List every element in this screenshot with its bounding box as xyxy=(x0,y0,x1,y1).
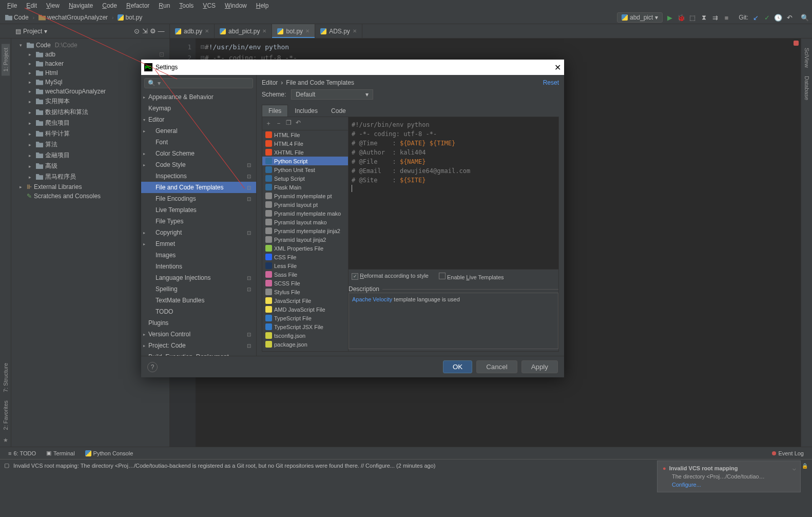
collapse-icon[interactable]: ⇲ xyxy=(141,27,149,35)
menu-tools[interactable]: Tools xyxy=(175,1,198,10)
locate-icon[interactable]: ⊙ xyxy=(132,27,141,35)
live-templates-checkbox[interactable]: Enable Live Templates xyxy=(439,273,504,280)
template-item[interactable]: Stylus File xyxy=(262,288,348,296)
readonly-lock-icon[interactable] xyxy=(802,463,808,469)
template-code-editor[interactable]: #!/usr/bin/env python # -*- coding: utf-… xyxy=(349,117,558,269)
git-update-icon[interactable]: ↙ xyxy=(751,13,760,22)
close-icon[interactable]: ✕ xyxy=(353,28,357,34)
scheme-selector[interactable]: Default ▾ xyxy=(291,89,373,100)
template-item[interactable]: TypeScript File xyxy=(262,314,348,322)
notif-collapse-icon[interactable]: ⌵ xyxy=(792,465,796,472)
editor-tab[interactable]: bot.py✕ xyxy=(272,24,315,38)
settings-category[interactable]: Live Templates xyxy=(141,204,256,216)
tree-item[interactable]: ▸adb⊡ xyxy=(11,50,169,59)
tool-tab-favorites[interactable]: 2: Favorites xyxy=(2,396,10,434)
settings-category[interactable]: Language Injections⊡ xyxy=(141,272,256,283)
template-item[interactable]: TypeScript JSX File xyxy=(262,322,348,331)
editor-tab[interactable]: ADS.py✕ xyxy=(315,24,362,38)
editor-tab[interactable]: abd_pict.py✕ xyxy=(215,24,272,38)
hide-icon[interactable]: — xyxy=(157,27,165,35)
template-item[interactable]: package.json xyxy=(262,340,348,349)
tab-code[interactable]: Code xyxy=(324,105,353,117)
settings-category[interactable]: File Types xyxy=(141,216,256,227)
ok-button[interactable]: OK xyxy=(443,360,472,373)
run-configuration-selector[interactable]: abd_pict ▾ xyxy=(617,12,663,23)
tool-tab-todo[interactable]: ≡6: TODO xyxy=(3,450,41,456)
template-list[interactable]: HTML FileHTML4 FileXHTML FilePython Scri… xyxy=(262,130,348,351)
search-icon[interactable]: 🔍 xyxy=(801,13,809,22)
menu-run[interactable]: Run xyxy=(154,1,174,10)
debug-icon[interactable]: 🐞 xyxy=(677,13,685,22)
template-item[interactable]: SCSS File xyxy=(262,279,348,288)
template-item[interactable]: CSS File xyxy=(262,253,348,261)
tab-includes[interactable]: Includes xyxy=(288,105,324,117)
menu-edit[interactable]: Edit xyxy=(22,1,41,10)
tool-tab-eventlog[interactable]: Event Log xyxy=(767,450,809,456)
toolwindows-icon[interactable]: ▢ xyxy=(4,462,9,469)
settings-category[interactable]: ▸Code Style⊡ xyxy=(141,159,256,170)
settings-category[interactable]: TODO xyxy=(141,306,256,317)
velocity-link[interactable]: Apache Velocity xyxy=(352,296,392,302)
settings-category[interactable]: ▾Editor xyxy=(141,114,256,125)
template-item[interactable]: Pyramid mytemplate jinja2 xyxy=(262,226,348,235)
menu-window[interactable]: Window xyxy=(221,1,251,10)
apply-button[interactable]: Apply xyxy=(521,360,558,373)
settings-category[interactable]: Plugins xyxy=(141,317,256,329)
dialog-close-icon[interactable]: ✕ xyxy=(554,63,561,72)
menu-help[interactable]: Help xyxy=(252,1,273,10)
template-item[interactable]: Python Unit Test xyxy=(262,165,348,174)
reset-link[interactable]: Reset xyxy=(543,79,559,86)
concurrency-icon[interactable]: ⇉ xyxy=(711,13,719,22)
close-icon[interactable]: ✕ xyxy=(205,28,209,34)
close-icon[interactable]: ✕ xyxy=(262,28,266,34)
menu-navigate[interactable]: Navigate xyxy=(65,1,97,10)
settings-category[interactable]: Keymap xyxy=(141,103,256,114)
stop-icon[interactable]: ■ xyxy=(722,13,730,22)
settings-category[interactable]: ▸Copyright⊡ xyxy=(141,227,256,238)
settings-category[interactable]: ▸Color Scheme xyxy=(141,148,256,159)
close-icon[interactable]: ✕ xyxy=(305,28,310,34)
reformat-checkbox[interactable]: RReformat according to styleeformat acco… xyxy=(352,273,429,280)
settings-category[interactable]: ▸Version Control⊡ xyxy=(141,329,256,340)
template-item[interactable]: Pyramid mytemplate pt xyxy=(262,192,348,200)
tool-tab-database[interactable]: Database xyxy=(803,72,811,104)
breadcrumb-item[interactable]: Code xyxy=(3,13,31,22)
settings-category[interactable]: ▸Build, Execution, Deployment xyxy=(141,351,256,356)
settings-category[interactable]: Font xyxy=(141,137,256,148)
cancel-button[interactable]: Cancel xyxy=(476,360,517,373)
template-item[interactable]: Less File xyxy=(262,261,348,270)
menu-vcs[interactable]: VCS xyxy=(199,1,220,10)
menu-refactor[interactable]: Refactor xyxy=(122,1,153,10)
help-icon[interactable]: ? xyxy=(147,362,158,372)
tool-tab-terminal[interactable]: ▣Terminal xyxy=(41,450,80,456)
template-item[interactable]: Pyramid layout jinja2 xyxy=(262,235,348,244)
template-item[interactable]: JavaScript File xyxy=(262,296,348,305)
settings-category[interactable]: ▸Project: Code⊡ xyxy=(141,340,256,351)
run-icon[interactable]: ▶ xyxy=(666,13,674,22)
tree-item[interactable]: ▾CodeD:\Code xyxy=(11,41,169,50)
remove-icon[interactable]: － xyxy=(276,119,282,128)
menu-view[interactable]: View xyxy=(42,1,64,10)
tab-files[interactable]: Files xyxy=(262,105,288,117)
git-history-icon[interactable]: 🕓 xyxy=(774,13,782,22)
profiler-icon[interactable]: ⧗ xyxy=(700,13,708,22)
coverage-icon[interactable]: ⬚ xyxy=(688,13,697,22)
tool-tab-sciview[interactable]: SciView xyxy=(803,44,811,72)
settings-search-input[interactable]: 🔍▾ xyxy=(144,78,253,88)
settings-category[interactable]: Spelling⊡ xyxy=(141,283,256,295)
settings-category[interactable]: Intentions xyxy=(141,261,256,272)
add-icon[interactable]: ＋ xyxy=(265,119,272,128)
menu-code[interactable]: Code xyxy=(98,1,121,10)
template-item[interactable]: Pyramid layout pt xyxy=(262,200,348,209)
menu-file[interactable]: File xyxy=(3,1,21,10)
tool-tab-structure[interactable]: 7: Structure xyxy=(2,359,10,396)
copy-icon[interactable]: ❐ xyxy=(286,119,292,128)
template-item[interactable]: Python Script xyxy=(262,157,348,165)
dropdown-icon[interactable]: ▾ xyxy=(44,28,47,35)
breadcrumb-item[interactable]: wechatGroupAnalyzer xyxy=(36,13,110,22)
git-revert-icon[interactable]: ↶ xyxy=(785,13,794,22)
settings-category[interactable]: File Encodings⊡ xyxy=(141,193,256,204)
notif-configure-link[interactable]: Configure... xyxy=(672,482,795,488)
template-item[interactable]: Sass File xyxy=(262,270,348,279)
template-item[interactable]: Pyramid mytemplate mako xyxy=(262,209,348,218)
